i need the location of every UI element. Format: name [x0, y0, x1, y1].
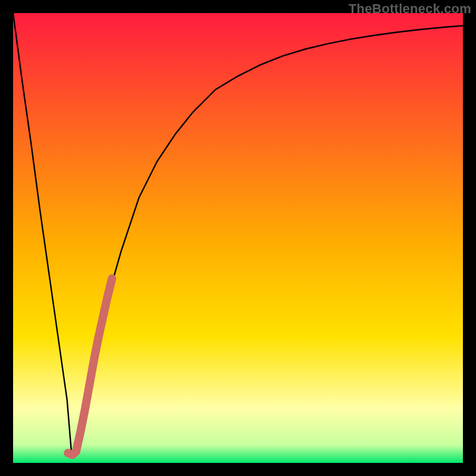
watermark-text: TheBottleneck.com — [349, 1, 471, 17]
plot-area — [13, 13, 463, 463]
chart-svg — [13, 13, 463, 463]
outer-frame: TheBottleneck.com — [0, 0, 476, 476]
heat-background — [13, 13, 463, 463]
